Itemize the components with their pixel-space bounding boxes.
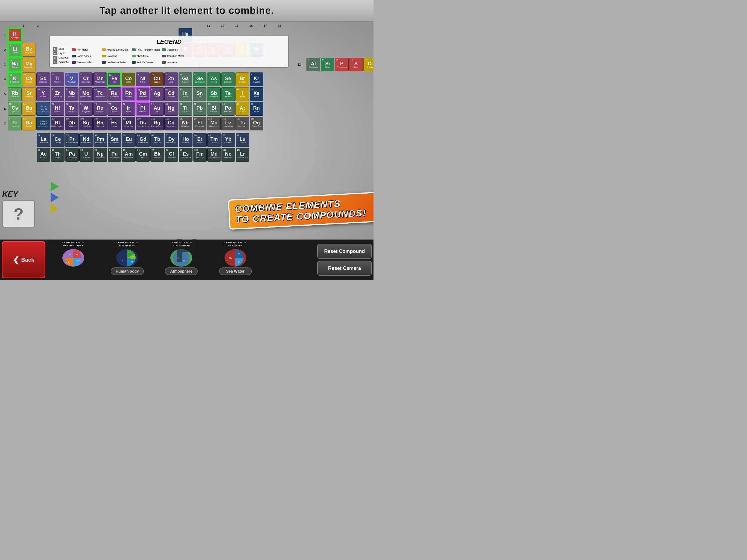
element-I[interactable]: 53 I Iodine <box>235 87 249 101</box>
element-Ho[interactable]: 67 Ho Holmium <box>179 133 192 147</box>
element-Md[interactable]: 101 Md Mendelevium <box>207 148 221 161</box>
element-Mc[interactable]: 115 Mc Moscovium <box>207 117 221 130</box>
element-Cr[interactable]: 24 Cr Chromium <box>79 73 93 86</box>
element-Br[interactable]: 35 Br Bromine <box>235 73 249 86</box>
reset-compound-button[interactable]: Reset Compound <box>317 244 372 259</box>
element-Nd[interactable]: 60 Nd Neodymium <box>79 133 93 147</box>
element-Pu[interactable]: 94 Pu Plutonium <box>108 148 121 161</box>
element-Cn[interactable]: 112 Cn Copernicium <box>164 117 178 130</box>
element-Fe[interactable]: 26 Fe Iron <box>107 73 121 86</box>
element-W[interactable]: 74 W Tungsten <box>79 102 93 116</box>
element-V[interactable]: 23 V Vanadium <box>65 73 78 86</box>
element-Be[interactable]: 4 Be Beryllium <box>22 43 36 57</box>
element-As[interactable]: 33 As Arsenic <box>207 73 221 86</box>
element-Fl[interactable]: 114 Fl Flerovium <box>193 117 206 130</box>
element-Ts[interactable]: 117 Ts Tennessine <box>235 117 249 130</box>
atmosphere-pill[interactable]: Atmosphere <box>165 268 198 275</box>
element-Os[interactable]: 76 Os Osmium <box>107 102 121 116</box>
back-button[interactable]: ❮ Back <box>2 241 45 278</box>
element-Ni[interactable]: 28 Ni Nickel <box>136 73 150 86</box>
element-Hg[interactable]: 80 Hg Mercury <box>164 102 178 116</box>
element-Ru[interactable]: 44 Ru Ruthenium <box>107 87 121 101</box>
element-Sr[interactable]: 38 Sr Strontium <box>22 87 36 101</box>
element-Cf[interactable]: 98 Cf Californium <box>164 148 178 161</box>
element-Bi[interactable]: 83 Bi Bismuth <box>207 102 221 116</box>
element-Am[interactable]: 95 Am Americium <box>122 148 136 161</box>
element-Tl[interactable]: 81 Tl Thallium <box>179 102 192 116</box>
element-S[interactable]: 16 S Sulfur <box>349 58 363 71</box>
element-Sg[interactable]: 106 Sg Seaborgium <box>79 117 93 130</box>
element-P[interactable]: 15 P Phosphorus <box>335 58 349 71</box>
element-Ra[interactable]: 88 Ra Radium <box>22 117 36 130</box>
element-Si[interactable]: 14 Si Silicon <box>321 58 334 71</box>
element-Rn[interactable]: 86 Rn Radon <box>250 102 263 116</box>
element-Es[interactable]: 99 Es Einsteinium <box>179 148 192 161</box>
element-Rg[interactable]: 111 Rg Roentgenium <box>150 117 164 130</box>
element-Cs[interactable]: 55 Cs Caesium <box>8 102 22 116</box>
element-Cu[interactable]: 29 Cu Copper <box>150 73 164 86</box>
element-Cl[interactable]: 17 Cl Chlorine <box>363 58 374 71</box>
element-Pr[interactable]: 59 Pr Praseodymium <box>65 133 79 147</box>
element-Mt[interactable]: 109 Mt Meitnerium <box>122 117 135 130</box>
element-Li[interactable]: 3 Li Lithium <box>8 43 22 57</box>
element-Ti[interactable]: 22 Ti Titanium <box>51 73 64 86</box>
element-Ac[interactable]: 89 Ac Actinium <box>36 148 50 161</box>
element-Ir[interactable]: 77 Ir Iridium <box>122 102 135 116</box>
element-Er[interactable]: 68 Er Erbium <box>193 133 207 147</box>
element-Ac-Lr[interactable]: 89-103 Ac-Lr ACTINIDES <box>36 117 50 130</box>
element-Db[interactable]: 105 Db Dubnium <box>65 117 78 130</box>
element-Cm[interactable]: 96 Cm Curium <box>136 148 150 161</box>
element-Re[interactable]: 75 Re Rhenium <box>93 102 107 116</box>
reset-camera-button[interactable]: Reset Camera <box>317 261 372 276</box>
element-La[interactable]: 57 La Lanthanum <box>36 133 50 147</box>
element-Rf[interactable]: 104 Rf Rutherfordium <box>51 117 64 130</box>
element-Fm[interactable]: 100 Fm Fermium <box>193 148 207 161</box>
element-Po[interactable]: 84 Po Polonium <box>221 102 235 116</box>
element-Lr[interactable]: 103 Lr Lawrencium <box>236 148 249 161</box>
element-Ce[interactable]: 58 Ce Cerium <box>51 133 65 147</box>
element-Se[interactable]: 34 Se Selenium <box>221 73 235 86</box>
element-Gd[interactable]: 64 Gd Gadolinium <box>136 133 150 147</box>
element-Zn[interactable]: 30 Zn Zinc <box>164 73 178 86</box>
element-Pm[interactable]: 61 Pm Promethium <box>94 133 107 147</box>
element-U[interactable]: 92 U Uranium <box>79 148 93 161</box>
element-Hs[interactable]: 108 Hs Hassium <box>107 117 121 130</box>
element-Tm[interactable]: 69 Tm Thulium <box>207 133 221 147</box>
element-Eu[interactable]: 63 Eu Europium <box>122 133 136 147</box>
element-La-Lu[interactable]: 57-71 La-Lu LANTHANIDES <box>36 102 50 116</box>
element-Tb[interactable]: 65 Tb Terbium <box>150 133 164 147</box>
element-Ge[interactable]: 32 Ge Germanium <box>193 73 206 86</box>
element-Rh[interactable]: 45 Rh Rhodium <box>122 87 135 101</box>
element-Pd[interactable]: 46 Pd Palladium <box>136 87 150 101</box>
human-body-pill[interactable]: Human body <box>111 268 144 275</box>
element-Pt[interactable]: 78 Pt Platinum <box>136 102 150 116</box>
element-Au[interactable]: 79 Au Gold <box>150 102 164 116</box>
element-Rb[interactable]: 37 Rb Rubidium <box>8 87 22 101</box>
element-H[interactable]: 1 H Hydrogen <box>8 28 22 42</box>
element-Nh[interactable]: 113 Nh Nihonium <box>179 117 192 130</box>
element-Lv[interactable]: 116 Lv Livermorium <box>221 117 235 130</box>
element-Sc[interactable]: 21 Sc Scandium <box>36 73 50 86</box>
element-At[interactable]: 85 At Astatine <box>235 102 249 116</box>
sea-water-pill[interactable]: Sea Water <box>219 268 252 275</box>
element-Co[interactable]: 27 Co Cobalt <box>122 73 135 86</box>
element-Np[interactable]: 93 Np Neptunium <box>94 148 107 161</box>
element-Hf[interactable]: 72 Hf Hafnium <box>51 102 64 116</box>
element-Ag[interactable]: 47 Ag Silver <box>150 87 164 101</box>
element-Sm[interactable]: 62 Sm Samarium <box>108 133 121 147</box>
element-Dy[interactable]: 66 Dy Dysprosium <box>164 133 178 147</box>
element-Mo[interactable]: 42 Mo Molybdenum <box>79 87 93 101</box>
element-Cd[interactable]: 48 Cd Cadmium <box>164 87 178 101</box>
element-Al[interactable]: 13 Al Aluminium <box>307 58 320 71</box>
element-Ca[interactable]: 20 Ca Calcium <box>22 73 36 86</box>
element-Pa[interactable]: 91 Pa Protactinium <box>65 148 79 161</box>
element-Th[interactable]: 90 Th Thorium <box>51 148 65 161</box>
element-No[interactable]: 102 No Nobelium <box>222 148 235 161</box>
element-Pb[interactable]: 82 Pb Lead <box>193 102 206 116</box>
element-Ds[interactable]: 110 Ds Darmstadtium <box>136 117 150 130</box>
element-Xe[interactable]: 54 Xe Xenon <box>250 87 263 101</box>
element-Bk[interactable]: 97 Bk Berkelium <box>150 148 164 161</box>
element-Nb[interactable]: 41 Nb Niobium <box>65 87 78 101</box>
element-Te[interactable]: 52 Te Tellurium <box>221 87 235 101</box>
element-Bh[interactable]: 107 Bh Bohrium <box>93 117 107 130</box>
